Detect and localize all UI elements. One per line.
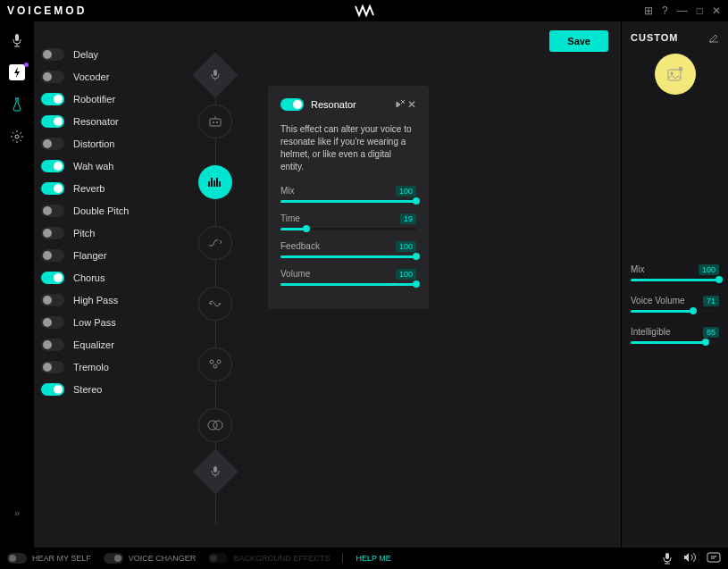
effect-toggle[interactable]	[41, 339, 64, 351]
chain-node-chorus[interactable]	[198, 347, 232, 381]
custom-slider[interactable]	[631, 341, 719, 344]
effect-row-resonator: Resonator	[41, 115, 166, 128]
maximize-button[interactable]: □	[697, 4, 703, 17]
custom-panel: CUSTOM Mix100Voice Volume71Intelligible8…	[621, 21, 728, 548]
edit-icon[interactable]	[708, 32, 719, 43]
param-label: Volume	[280, 269, 310, 280]
effect-row-double-pitch: Double Pitch	[41, 205, 166, 217]
svg-point-4	[213, 121, 214, 123]
svg-rect-19	[707, 553, 720, 562]
minimize-button[interactable]: —	[677, 4, 688, 17]
left-rail: »	[0, 21, 34, 548]
bottom-bar: HEAR MY SELF VOICE CHANGER BACKGROUND EF…	[0, 548, 728, 569]
effect-label: Wah wah	[73, 161, 113, 172]
custom-mix: Mix100	[631, 264, 719, 281]
effects-list: DelayVocoderRobotifierResonatorDistortio…	[41, 48, 166, 540]
param-slider[interactable]	[280, 255, 416, 258]
rail-bolt-icon[interactable]	[9, 64, 25, 80]
help-link[interactable]: HELP ME	[356, 554, 390, 563]
chain-node-robotifier[interactable]	[198, 105, 232, 138]
custom-slider[interactable]	[631, 279, 719, 281]
effect-label: Tremolo	[73, 362, 109, 372]
effect-toggle[interactable]	[41, 205, 64, 217]
effect-row-chorus: Chorus	[41, 272, 166, 284]
window-controls: ⊞ ? — □ ✕	[644, 4, 721, 17]
voice-changer-label: VOICE CHANGER	[129, 554, 197, 563]
custom-slider[interactable]	[631, 310, 719, 313]
chain-node-wahwah[interactable]	[198, 226, 232, 260]
effect-row-low-pass: Low Pass	[41, 316, 166, 329]
rail-settings-icon[interactable]	[9, 129, 25, 145]
bottom-chat-icon[interactable]	[707, 552, 721, 565]
effect-label: Pitch	[73, 228, 95, 238]
param-slider[interactable]	[280, 200, 416, 203]
bottom-mic-icon[interactable]	[662, 552, 673, 565]
param-volume: Volume100	[280, 269, 416, 286]
rail-mic-icon[interactable]	[9, 32, 25, 48]
effect-toggle[interactable]	[41, 115, 64, 128]
param-label: Mix	[280, 186, 295, 197]
effect-label: Stereo	[73, 384, 102, 395]
chain-output-icon	[193, 449, 238, 495]
effect-label: High Pass	[73, 295, 118, 305]
custom-avatar[interactable]	[655, 54, 696, 95]
chain-node-resonator[interactable]	[198, 165, 232, 199]
effect-toggle[interactable]	[41, 71, 64, 83]
svg-point-9	[210, 360, 213, 364]
bottom-right-icons	[662, 552, 721, 565]
bottom-speaker-icon[interactable]	[683, 552, 696, 565]
effect-toggle[interactable]	[41, 138, 64, 150]
custom-slider-value: 100	[699, 264, 719, 275]
param-slider[interactable]	[280, 283, 416, 286]
detail-close-button[interactable]: ✕	[395, 98, 416, 111]
svg-point-10	[217, 360, 221, 364]
svg-point-5	[216, 121, 218, 123]
hear-myself-label: HEAR MY SELF	[32, 554, 91, 563]
effect-toggle[interactable]	[41, 361, 64, 373]
effect-toggle[interactable]	[41, 383, 64, 396]
app-logo-icon	[354, 4, 375, 17]
effect-toggle[interactable]	[41, 294, 64, 306]
close-button[interactable]: ✕	[712, 4, 721, 17]
param-value: 100	[396, 241, 416, 252]
custom-slider-label: Intelligible	[631, 327, 670, 338]
rail-lab-icon[interactable]	[9, 96, 25, 113]
svg-point-12	[208, 421, 217, 430]
chain-node-reverb[interactable]	[198, 287, 232, 321]
detail-description: This effect can alter your voice to reso…	[280, 123, 416, 173]
effect-toggle[interactable]	[41, 182, 64, 195]
detail-title: Resonator	[311, 99, 388, 110]
effect-toggle[interactable]	[41, 249, 64, 262]
gallery-icon[interactable]: ⊞	[644, 4, 653, 17]
rail-expand-icon[interactable]: »	[9, 505, 25, 521]
effect-toggle[interactable]	[41, 227, 64, 239]
effect-toggle[interactable]	[41, 48, 64, 61]
custom-intelligible: Intelligible85	[631, 327, 719, 344]
svg-point-1	[15, 135, 19, 138]
save-button[interactable]: Save	[549, 30, 608, 52]
effect-toggle[interactable]	[41, 160, 64, 172]
param-slider[interactable]	[280, 228, 416, 230]
param-value: 100	[396, 269, 416, 280]
custom-slider-value: 85	[703, 327, 719, 338]
effect-label: Distortion	[73, 138, 114, 149]
param-label: Time	[280, 213, 300, 224]
detail-enable-toggle[interactable]	[280, 98, 304, 111]
help-icon[interactable]: ?	[662, 4, 668, 17]
bg-effects-label: BACKGROUND EFFECTS	[233, 554, 330, 563]
effect-toggle[interactable]	[41, 316, 64, 329]
effect-row-wah-wah: Wah wah	[41, 160, 166, 172]
svg-rect-2	[213, 70, 217, 76]
effect-toggle[interactable]	[41, 272, 64, 284]
voice-changer-toggle[interactable]: VOICE CHANGER	[104, 553, 197, 564]
svg-point-11	[213, 364, 217, 368]
hear-myself-toggle[interactable]: HEAR MY SELF	[7, 553, 91, 564]
effect-toggle[interactable]	[41, 93, 64, 105]
svg-rect-18	[665, 553, 669, 559]
effect-label: Resonator	[73, 116, 119, 127]
svg-rect-15	[668, 70, 681, 80]
bg-effects-toggle[interactable]: BACKGROUND EFFECTS	[208, 553, 330, 564]
chain-node-stereo[interactable]	[198, 408, 232, 442]
effect-label: Delay	[73, 49, 98, 60]
effect-row-distortion: Distortion	[41, 138, 166, 150]
